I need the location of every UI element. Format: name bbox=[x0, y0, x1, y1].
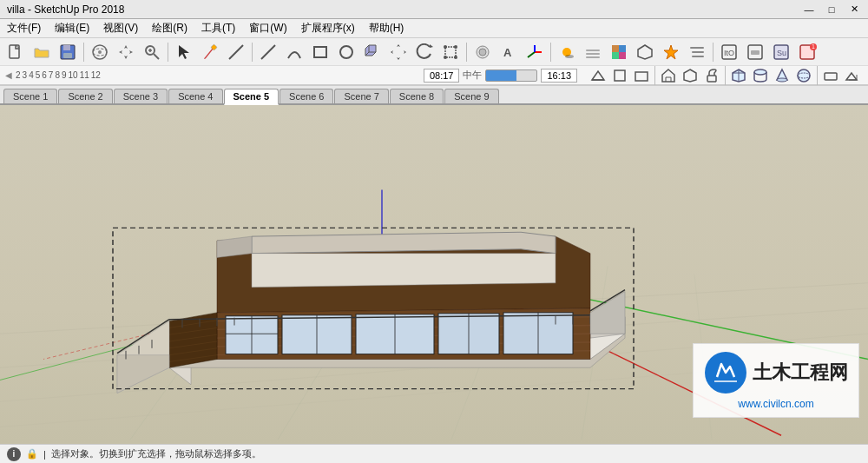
tb-extra2[interactable] bbox=[743, 41, 767, 63]
svg-marker-103 bbox=[252, 254, 556, 288]
scene-tab-4[interactable]: Scene 4 bbox=[168, 89, 222, 103]
scene-tab-3[interactable]: Scene 3 bbox=[114, 89, 168, 103]
tb-pan[interactable] bbox=[114, 41, 138, 63]
svg-point-54 bbox=[777, 78, 787, 82]
tb-zoom[interactable] bbox=[140, 41, 164, 63]
meridiem-label: 中午 bbox=[463, 69, 482, 82]
svg-point-16 bbox=[340, 46, 352, 58]
status-message: 选择对象。切换到扩充选择，拖动鼠标选择多项。 bbox=[51, 447, 261, 460]
divider: | bbox=[43, 449, 46, 460]
tb-orbit[interactable] bbox=[88, 41, 112, 63]
svg-rect-50 bbox=[707, 76, 716, 82]
minimize-button[interactable]: — bbox=[799, 2, 819, 17]
scene-tab-8[interactable]: Scene 8 bbox=[390, 89, 444, 103]
tb2-sphere[interactable] bbox=[793, 66, 814, 85]
menu-tools[interactable]: 工具(T) bbox=[194, 19, 242, 37]
svg-text:Su: Su bbox=[777, 49, 786, 57]
tb2-box[interactable] bbox=[728, 66, 749, 85]
scene-tab-1[interactable]: Scene 1 bbox=[3, 89, 57, 103]
tb-open[interactable] bbox=[30, 41, 54, 63]
tb-extra3[interactable]: Su bbox=[769, 41, 793, 63]
tb-text[interactable]: A bbox=[496, 41, 521, 63]
app-title: villa - SketchUp Pro 2018 bbox=[7, 3, 124, 16]
tb2-dim2[interactable] bbox=[842, 66, 863, 85]
tb2-component[interactable] bbox=[680, 66, 700, 85]
watermark: 土木工程网 www.civilcn.com bbox=[693, 343, 859, 418]
tb-extra1[interactable]: ItO bbox=[717, 41, 741, 63]
tb-styles[interactable] bbox=[659, 41, 683, 63]
tb-components[interactable] bbox=[633, 41, 657, 63]
sep5 bbox=[550, 43, 551, 62]
tb2-lock[interactable] bbox=[701, 66, 722, 85]
svg-rect-34 bbox=[619, 45, 626, 52]
tb2-house[interactable] bbox=[658, 66, 679, 85]
tb-rect[interactable] bbox=[308, 41, 332, 63]
tb-circle[interactable] bbox=[334, 41, 358, 63]
tb-measure[interactable] bbox=[224, 41, 248, 63]
tb2-cone[interactable] bbox=[772, 66, 792, 85]
svg-rect-17 bbox=[445, 47, 456, 57]
tb-new[interactable] bbox=[3, 41, 28, 63]
watermark-name: 土木工程网 bbox=[753, 360, 848, 386]
status-bar: i 🔒 | 选择对象。切换到扩充选择，拖动鼠标选择多项。 bbox=[0, 444, 868, 463]
svg-rect-35 bbox=[612, 52, 619, 59]
tb-materials[interactable] bbox=[607, 41, 631, 63]
menu-view[interactable]: 视图(V) bbox=[96, 19, 145, 37]
tb2-dim1[interactable] bbox=[820, 66, 841, 85]
tb-extra4[interactable]: 1 bbox=[795, 41, 819, 63]
scene-tabs: Scene 1 Scene 2 Scene 3 Scene 4 Scene 5 … bbox=[0, 86, 868, 105]
time-slider[interactable] bbox=[485, 69, 537, 82]
tb-shadows[interactable] bbox=[555, 41, 579, 63]
tb2-top[interactable] bbox=[609, 66, 630, 85]
tb2-perspective[interactable] bbox=[588, 66, 608, 85]
ruler-marks: 2 3 4 5 6 7 8 9 10 11 12 bbox=[16, 70, 420, 80]
tb-save[interactable] bbox=[56, 41, 80, 63]
scene-tab-2[interactable]: Scene 2 bbox=[58, 89, 112, 103]
tb-pushpull[interactable] bbox=[360, 41, 385, 63]
tb-move[interactable] bbox=[386, 41, 411, 63]
scene-tab-7[interactable]: Scene 7 bbox=[334, 89, 388, 103]
menu-edit[interactable]: 编辑(E) bbox=[48, 19, 96, 37]
svg-line-14 bbox=[261, 45, 275, 59]
svg-point-21 bbox=[454, 56, 457, 59]
svg-point-6 bbox=[98, 50, 102, 54]
watermark-logo: 土木工程网 bbox=[704, 351, 848, 394]
viewport[interactable]: 土木工程网 www.civilcn.com bbox=[0, 105, 868, 444]
toolbars: A I bbox=[0, 38, 868, 86]
time-slider-container[interactable] bbox=[485, 69, 537, 82]
tb2-front[interactable] bbox=[631, 66, 652, 85]
menu-draw[interactable]: 绘图(R) bbox=[145, 19, 194, 37]
sep-tb2-2 bbox=[725, 66, 726, 85]
close-button[interactable]: ✕ bbox=[844, 2, 865, 17]
sep3 bbox=[252, 43, 253, 62]
menu-file[interactable]: 文件(F) bbox=[0, 19, 48, 37]
tb2-cylinder[interactable] bbox=[750, 66, 771, 85]
sep1 bbox=[83, 43, 84, 62]
tb-arc[interactable] bbox=[282, 41, 306, 63]
tb-select[interactable] bbox=[172, 41, 196, 63]
scene-tab-5[interactable]: Scene 5 bbox=[224, 89, 279, 105]
scene-tab-6[interactable]: Scene 6 bbox=[279, 89, 333, 103]
ruler-8: 8 bbox=[55, 70, 60, 80]
tb-outliner[interactable] bbox=[685, 41, 709, 63]
tb-paint[interactable] bbox=[198, 41, 222, 63]
svg-rect-15 bbox=[314, 47, 326, 57]
main-toolbar: A I bbox=[0, 38, 868, 66]
menu-help[interactable]: 帮助(H) bbox=[362, 19, 411, 37]
svg-marker-49 bbox=[684, 69, 696, 82]
scene-tab-9[interactable]: Scene 9 bbox=[444, 89, 498, 103]
tb-fog[interactable] bbox=[581, 41, 605, 63]
tb-axes[interactable] bbox=[523, 41, 547, 63]
maximize-button[interactable]: □ bbox=[821, 2, 842, 17]
tb-scale[interactable] bbox=[438, 41, 463, 63]
tb-line[interactable] bbox=[256, 41, 280, 63]
svg-point-53 bbox=[754, 69, 766, 75]
menu-extensions[interactable]: 扩展程序(x) bbox=[294, 19, 362, 37]
time-display-2: 16:13 bbox=[541, 69, 577, 83]
ruler-3: 3 bbox=[23, 70, 28, 80]
svg-rect-3 bbox=[63, 53, 72, 58]
svg-point-23 bbox=[479, 49, 486, 56]
tb-rotate[interactable] bbox=[412, 41, 437, 63]
tb-tape[interactable] bbox=[470, 41, 495, 63]
menu-window[interactable]: 窗口(W) bbox=[242, 19, 293, 37]
